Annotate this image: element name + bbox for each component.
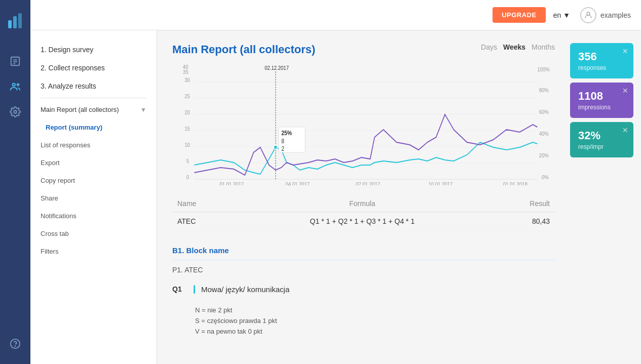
weeks-option[interactable]: Weeks xyxy=(503,43,525,51)
svg-text:2: 2 xyxy=(281,145,284,152)
sidebar-item-collect-responses[interactable]: 2. Collect responses xyxy=(30,59,157,77)
stat-card-ratio: 32% resp/impr ✕ xyxy=(570,122,633,157)
stat-impressions-value: 1108 xyxy=(578,90,625,103)
col-result: Result xyxy=(488,195,555,212)
svg-text:8: 8 xyxy=(281,138,284,144)
report-title: Main Report (all collectors) xyxy=(172,43,315,56)
block-name: B1. Block name xyxy=(172,241,555,261)
icon-sidebar xyxy=(0,0,30,364)
months-option[interactable]: Months xyxy=(532,43,555,51)
question-options: N = nie 2 pkt S = częściowo prawda 1 pkt… xyxy=(172,306,555,335)
chevron-down-icon: ▼ xyxy=(563,11,570,19)
question-label: Q1 xyxy=(172,285,187,294)
svg-text:0: 0 xyxy=(186,174,190,180)
svg-text:01.01.2018: 01.01.2018 xyxy=(503,181,527,185)
report-header: Main Report (all collectors) Days Weeks … xyxy=(172,43,555,56)
language-selector[interactable]: en ▼ xyxy=(553,11,570,19)
svg-text:20: 20 xyxy=(184,109,190,115)
svg-text:100%: 100% xyxy=(537,66,549,72)
svg-rect-1 xyxy=(13,16,17,28)
help-icon[interactable] xyxy=(5,334,25,354)
option-s: S = częściowo prawda 1 pkt xyxy=(195,317,555,325)
svg-text:10: 10 xyxy=(184,142,190,148)
sidebar-item-cross-tab[interactable]: Cross tab xyxy=(30,225,157,242)
close-responses-button[interactable]: ✕ xyxy=(622,47,628,55)
stat-responses-label: responses xyxy=(578,64,625,71)
svg-text:30: 30 xyxy=(184,77,190,83)
sidebar-item-report-summary[interactable]: Report (summary) xyxy=(30,118,157,136)
user-avatar xyxy=(580,7,596,23)
svg-point-8 xyxy=(17,84,19,86)
svg-text:10.01.2017: 10.01.2017 xyxy=(429,181,453,185)
user-area[interactable]: examples xyxy=(580,7,631,23)
svg-point-12 xyxy=(587,12,590,15)
svg-text:25%: 25% xyxy=(281,130,292,136)
option-n: N = nie 2 pkt xyxy=(195,306,555,314)
top-bar: UPGRADE en ▼ examples xyxy=(30,0,641,30)
sidebar-item-filters[interactable]: Filters xyxy=(30,242,157,260)
svg-text:40: 40 xyxy=(183,64,188,70)
sidebar-item-list-responses[interactable]: List of responses xyxy=(30,136,157,154)
stat-card-impressions: 1108 impressions ✕ xyxy=(570,83,633,118)
question-block: Q1 Mowa/ język/ komunikacja xyxy=(172,280,555,299)
people-icon[interactable] xyxy=(5,76,25,97)
row-result: 80,43 xyxy=(488,212,555,231)
app-logo[interactable] xyxy=(7,5,23,38)
upgrade-button[interactable]: UPGRADE xyxy=(493,7,546,23)
sidebar-divider xyxy=(41,98,146,98)
svg-text:20%: 20% xyxy=(539,152,549,158)
sidebar-item-copy-report[interactable]: Copy report xyxy=(30,172,157,189)
stat-responses-value: 356 xyxy=(578,50,625,63)
survey-icon[interactable] xyxy=(5,51,25,71)
report-area: Main Report (all collectors) Days Weeks … xyxy=(157,30,570,364)
svg-text:15: 15 xyxy=(184,126,190,132)
days-option[interactable]: Days xyxy=(481,43,497,51)
sidebar-item-analyze-results[interactable]: 3. Analyze results xyxy=(30,77,157,95)
question-bar xyxy=(194,285,195,294)
stat-ratio-value: 32% xyxy=(578,129,625,142)
close-impressions-button[interactable]: ✕ xyxy=(622,87,628,95)
svg-text:07.01.2017: 07.01.2017 xyxy=(356,181,380,185)
stats-panel: 356 responses ✕ 1108 impressions ✕ 32% r… xyxy=(570,30,641,364)
svg-text:35: 35 xyxy=(183,69,188,75)
svg-text:0%: 0% xyxy=(542,174,549,180)
sidebar-item-share[interactable]: Share xyxy=(30,189,157,207)
svg-text:40%: 40% xyxy=(539,131,549,137)
svg-rect-0 xyxy=(8,20,12,28)
stat-ratio-label: resp/impr xyxy=(578,143,625,150)
table-row: ATEC Q1 * 1 + Q2 * 1 + Q3 * 1 + Q4 * 1 8… xyxy=(172,212,555,231)
close-ratio-button[interactable]: ✕ xyxy=(622,126,628,134)
text-sidebar: 1. Design survey 2. Collect responses 3.… xyxy=(30,30,157,364)
svg-point-41 xyxy=(274,145,277,149)
sidebar-item-design-survey[interactable]: 1. Design survey xyxy=(30,41,157,59)
svg-text:5: 5 xyxy=(186,158,190,164)
time-selector: Days Weeks Months xyxy=(481,43,555,51)
question-text: Mowa/ język/ komunikacja xyxy=(201,285,289,294)
stat-impressions-label: impressions xyxy=(578,104,625,111)
chevron-down-icon: ▼ xyxy=(140,106,146,113)
col-name: Name xyxy=(172,195,236,212)
gear-icon[interactable] xyxy=(5,102,25,122)
p-label: P1. ATEC xyxy=(172,266,555,274)
row-name: ATEC xyxy=(172,212,236,231)
svg-point-7 xyxy=(13,84,16,87)
chart-container: .axis-text { font-size: 11px; fill: #999… xyxy=(172,64,555,185)
stat-card-responses: 356 responses ✕ xyxy=(570,43,633,78)
svg-point-9 xyxy=(14,110,17,113)
content-wrapper: Main Report (all collectors) Days Weeks … xyxy=(157,30,641,364)
sidebar-item-export[interactable]: Export xyxy=(30,154,157,172)
svg-rect-2 xyxy=(18,13,22,28)
col-formula: Formula xyxy=(236,195,488,212)
sidebar-item-notifications[interactable]: Notifications xyxy=(30,207,157,225)
option-v: V = na pewno tak 0 pkt xyxy=(195,328,555,335)
svg-text:01.01.2017: 01.01.2017 xyxy=(219,181,244,185)
svg-text:04.01.2017: 04.01.2017 xyxy=(285,181,310,185)
row-formula: Q1 * 1 + Q2 * 1 + Q3 * 1 + Q4 * 1 xyxy=(236,212,488,231)
svg-text:25: 25 xyxy=(184,93,190,99)
data-table: Name Formula Result ATEC Q1 * 1 + Q2 * 1… xyxy=(172,195,555,231)
svg-text:02.12.2017: 02.12.2017 xyxy=(265,65,289,71)
svg-text:80%: 80% xyxy=(539,87,549,93)
svg-text:60%: 60% xyxy=(539,109,549,115)
username: examples xyxy=(600,11,631,19)
sidebar-item-main-report[interactable]: Main Report (all collectors) ▼ xyxy=(30,101,157,118)
